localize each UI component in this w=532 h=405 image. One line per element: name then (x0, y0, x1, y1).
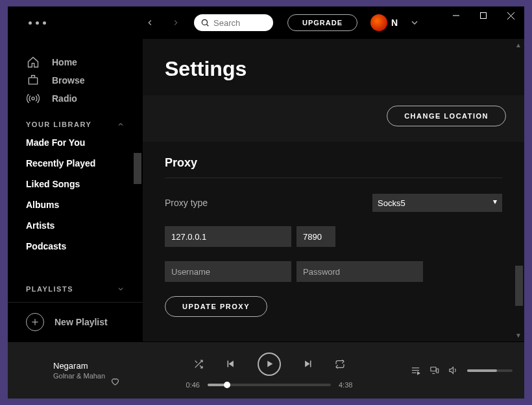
svg-marker-17 (418, 372, 420, 375)
library-header: YOUR LIBRARY (8, 108, 143, 132)
main-scrollbar[interactable] (515, 266, 523, 306)
sidebar-item-label: Radio (52, 93, 77, 104)
library-item[interactable]: Artists (8, 215, 143, 236)
proxy-section: Proxy Proxy type Socks5 (143, 142, 524, 317)
svg-point-6 (32, 97, 34, 100)
titlebar: UPGRADE N (8, 6, 524, 39)
total-time: 4:38 (339, 381, 352, 389)
svg-line-1 (206, 24, 208, 26)
home-icon (26, 56, 40, 69)
location-row: CHANGE LOCATION (143, 95, 524, 142)
maximize-button[interactable] (470, 6, 497, 25)
playback-controls: 0:46 4:38 (144, 353, 394, 389)
chevron-down-icon[interactable] (117, 285, 125, 293)
search-field[interactable] (194, 14, 273, 31)
radio-icon (26, 92, 40, 105)
minimize-button[interactable] (442, 6, 470, 25)
upgrade-button[interactable]: UPGRADE (287, 14, 357, 31)
proxy-type-label: Proxy type (165, 198, 372, 208)
svg-rect-19 (437, 369, 439, 373)
like-button[interactable] (110, 376, 120, 386)
body: Home Browse Radio YOUR LIBRARY Made For … (8, 39, 524, 341)
svg-rect-13 (310, 361, 311, 367)
proxy-type-select[interactable]: Socks5 (372, 194, 502, 212)
update-proxy-button[interactable]: UPDATE PROXY (165, 296, 267, 317)
repeat-button[interactable] (335, 359, 345, 369)
right-controls (394, 365, 524, 375)
now-playing: Negaram Golnar & Mahan (8, 361, 144, 380)
progress-knob[interactable] (224, 382, 230, 388)
shuffle-button[interactable] (193, 359, 204, 369)
user-initial: N (391, 17, 398, 28)
svg-rect-10 (228, 361, 229, 367)
svg-marker-9 (228, 361, 234, 367)
svg-rect-18 (431, 367, 436, 371)
library-item[interactable]: Albums (8, 194, 143, 215)
forward-button[interactable] (169, 16, 182, 29)
sidebar: Home Browse Radio YOUR LIBRARY Made For … (8, 39, 143, 341)
svg-point-0 (202, 19, 207, 25)
new-playlist-button[interactable]: New Playlist (8, 302, 143, 341)
back-button[interactable] (143, 16, 156, 29)
avatar[interactable] (370, 14, 387, 31)
proxy-title: Proxy (165, 156, 502, 178)
nav-arrows (143, 16, 182, 29)
window-controls (442, 6, 524, 25)
library-item[interactable]: Recently Played (8, 153, 143, 174)
svg-marker-21 (450, 367, 453, 374)
playlists-header: PLAYLISTS (8, 272, 143, 297)
svg-marker-11 (267, 361, 272, 367)
search-input[interactable] (213, 18, 265, 28)
proxy-username-input[interactable] (165, 261, 291, 282)
sidebar-item-label: Browse (52, 75, 85, 86)
devices-button[interactable] (429, 365, 439, 375)
change-location-button[interactable]: CHANGE LOCATION (387, 106, 506, 126)
app-window: UPGRADE N Home Browse Radio (8, 6, 524, 399)
proxy-host-input[interactable] (165, 226, 291, 247)
plus-icon (26, 313, 44, 331)
artist-name[interactable]: Golnar & Mahan (53, 372, 144, 380)
page-title: Settings (143, 39, 524, 95)
svg-rect-3 (481, 13, 487, 19)
proxy-type-select-wrap: Socks5 (372, 194, 502, 212)
elapsed-time: 0:46 (186, 381, 200, 389)
user-menu-caret[interactable] (409, 17, 420, 28)
next-button[interactable] (303, 359, 313, 369)
progress-bar[interactable] (208, 384, 331, 386)
scroll-up-arrow[interactable]: ▲ (515, 41, 522, 49)
library-label-text: YOUR LIBRARY (26, 121, 91, 128)
browse-icon (26, 74, 40, 87)
main-content: ▲ Settings CHANGE LOCATION Proxy Proxy t… (143, 39, 524, 341)
sidebar-item-browse[interactable]: Browse (8, 71, 143, 89)
proxy-password-input[interactable] (296, 261, 423, 282)
playlists-label-text: PLAYLISTS (26, 285, 73, 293)
volume-button[interactable] (448, 365, 458, 375)
sidebar-scrollbar[interactable] (134, 153, 141, 184)
sidebar-item-label: Home (52, 57, 77, 67)
play-button[interactable] (258, 353, 281, 376)
volume-slider[interactable] (467, 369, 513, 372)
app-menu-button[interactable] (29, 21, 46, 25)
chevron-up-icon[interactable] (117, 121, 125, 128)
queue-button[interactable] (411, 365, 420, 375)
svg-marker-12 (305, 361, 310, 367)
search-icon (200, 18, 210, 27)
track-name[interactable]: Negaram (53, 361, 144, 371)
sidebar-item-home[interactable]: Home (8, 53, 143, 71)
library-item[interactable]: Podcasts (8, 236, 143, 257)
close-button[interactable] (497, 6, 524, 25)
volume-fill (467, 369, 497, 372)
library-item[interactable]: Liked Songs (8, 174, 143, 194)
prev-button[interactable] (226, 359, 236, 369)
scroll-down-arrow[interactable]: ▼ (515, 332, 522, 339)
library-item[interactable]: Made For You (8, 132, 143, 153)
player-bar: Negaram Golnar & Mahan 0:46 4:38 (8, 341, 524, 399)
proxy-port-input[interactable] (296, 226, 335, 247)
new-playlist-label: New Playlist (54, 317, 108, 327)
sidebar-item-radio[interactable]: Radio (8, 89, 143, 108)
